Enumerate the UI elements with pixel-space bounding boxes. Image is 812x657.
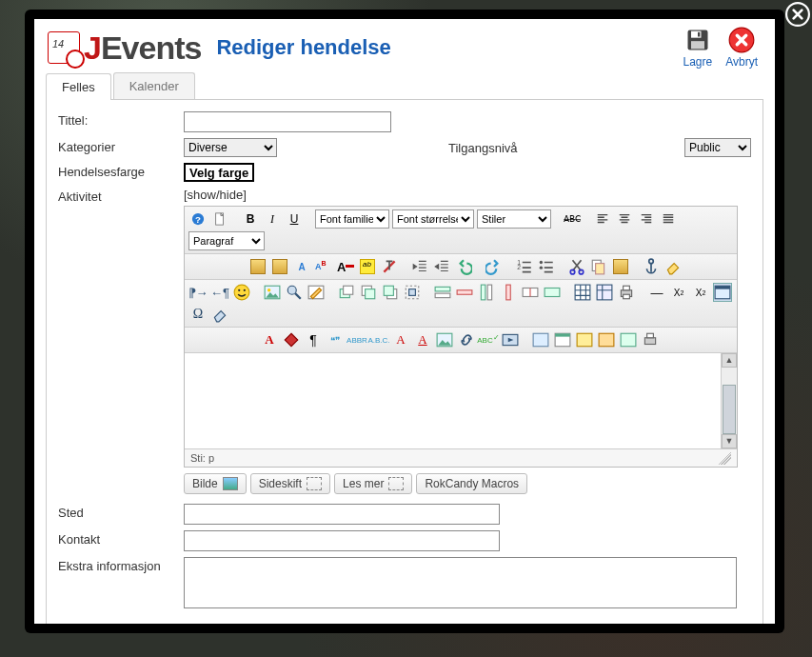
place-input[interactable] [184,504,500,525]
emoji-icon[interactable] [232,283,251,302]
anchor-icon[interactable] [642,257,661,276]
text-color-icon[interactable]: A [336,257,355,276]
copy-icon[interactable] [589,257,608,276]
contact-input[interactable] [184,530,500,551]
unordered-list-icon[interactable] [537,257,556,276]
bold-icon[interactable]: B [241,209,260,229]
style-a3-icon[interactable]: A [413,330,432,349]
title-input[interactable] [184,111,391,132]
rokcandy-button[interactable]: RokCandy Macros [416,473,527,494]
image-icon[interactable] [263,283,282,302]
modal-close-button[interactable] [785,2,810,27]
ltr-icon[interactable]: ⁋→ [188,283,208,302]
insert-col-icon[interactable] [477,283,496,302]
zoom-icon[interactable] [285,283,304,302]
acronym-icon[interactable]: A.B.C. [369,330,388,349]
cancel-button[interactable]: Avbryt [725,27,758,69]
scroll-down-icon[interactable]: ▼ [722,434,737,448]
category-select[interactable]: Diverse [184,138,277,157]
style-a2-icon[interactable]: A [391,330,410,349]
resize-handle[interactable] [718,451,731,465]
editor-scrollbar[interactable]: ▲ ▼ [721,353,737,448]
horizontal-rule-icon[interactable]: — [647,283,666,302]
image2-icon[interactable] [435,330,454,349]
print-icon[interactable] [617,283,636,302]
access-select[interactable]: Public [684,138,751,157]
edit-html-icon[interactable] [307,283,326,302]
spellcheck-icon[interactable]: ABC✓ [479,330,498,349]
abs-position-icon[interactable] [403,283,422,302]
insert-row-icon[interactable] [433,283,452,302]
audio-icon[interactable] [575,330,594,349]
source-icon[interactable] [619,330,638,349]
fontfamily-select[interactable]: Font familie [315,209,389,229]
editor-textarea[interactable] [185,353,737,448]
split-cell-icon[interactable] [521,283,540,302]
table-props-icon[interactable] [595,283,614,302]
flash-icon[interactable] [531,330,550,349]
style-a-icon[interactable]: A [260,330,279,349]
media-icon[interactable] [501,330,520,349]
outdent-icon[interactable] [410,257,429,276]
insert-image-button[interactable]: Bilde [184,473,247,494]
align-justify-icon[interactable] [659,209,678,229]
subscript-icon[interactable]: X2 [669,283,688,302]
delete-col-icon[interactable] [499,283,518,302]
rtl-icon[interactable]: ←¶ [210,283,229,302]
styles-select[interactable]: Stiler [477,209,551,229]
italic-icon[interactable]: I [263,209,282,229]
align-center-icon[interactable] [615,209,634,229]
table-insert-icon[interactable] [573,283,592,302]
paragraph-select[interactable]: Paragraf [188,231,265,250]
paste-icon[interactable] [248,257,267,276]
preview-icon[interactable] [641,330,660,349]
paste-plain-icon[interactable] [611,257,630,276]
remove-format-icon[interactable] [380,257,399,276]
date-icon[interactable] [713,283,732,302]
special-char-icon[interactable]: Ω [188,305,208,324]
scroll-up-icon[interactable]: ▲ [722,353,737,368]
ordered-list-icon[interactable]: 12 [515,257,534,276]
readmore-button[interactable]: Les mer [334,473,412,494]
abbr-icon[interactable]: ABBR [347,330,366,349]
move-forward-icon[interactable] [359,283,378,302]
eraser-icon[interactable] [663,257,683,276]
layer-icon[interactable] [337,283,356,302]
cut-icon[interactable] [567,257,586,276]
link-icon[interactable] [457,330,476,349]
save-button[interactable]: Lagre [683,27,713,69]
delete-row-icon[interactable] [455,283,474,302]
tab-calendar[interactable]: Kalender [113,72,195,99]
highlight-icon[interactable]: ab [358,257,377,276]
paste-word-icon[interactable] [270,257,289,276]
underline-icon[interactable]: U [285,209,304,229]
undo-icon[interactable] [454,257,473,276]
find-icon[interactable]: A [292,257,311,276]
newdoc-icon[interactable] [210,209,229,229]
pilcrow-icon[interactable]: ¶ [304,330,323,349]
tab-common[interactable]: Felles [46,73,111,100]
merge-cell-icon[interactable] [543,283,562,302]
embed-icon[interactable] [597,330,616,349]
cleanup-icon[interactable] [210,305,229,324]
align-right-icon[interactable] [637,209,656,229]
extra-textarea[interactable] [184,557,737,608]
superscript-icon[interactable]: X2 [691,283,710,302]
showhide-toggle[interactable]: [show/hide] [184,188,247,202]
redo-icon[interactable] [485,257,504,276]
move-back-icon[interactable] [381,283,400,302]
indent-icon[interactable] [432,257,451,276]
fontsize-select[interactable]: Font størrelse [392,209,474,229]
align-left-icon[interactable] [593,209,612,229]
help-icon[interactable]: ? [188,209,208,229]
pagebreak-button[interactable]: Sideskift [250,473,330,494]
svg-point-22 [267,289,270,291]
scroll-thumb[interactable] [723,385,736,434]
movie-icon[interactable] [553,330,572,349]
strike-icon[interactable]: A̶B̶C̶ [563,209,582,229]
replace-icon[interactable]: AB [314,257,333,276]
diamond-icon[interactable] [282,330,301,349]
svg-rect-38 [506,285,511,300]
pick-color-button[interactable]: Velg farge [184,163,254,182]
blockquote-icon[interactable]: ❝❞ [326,330,345,349]
